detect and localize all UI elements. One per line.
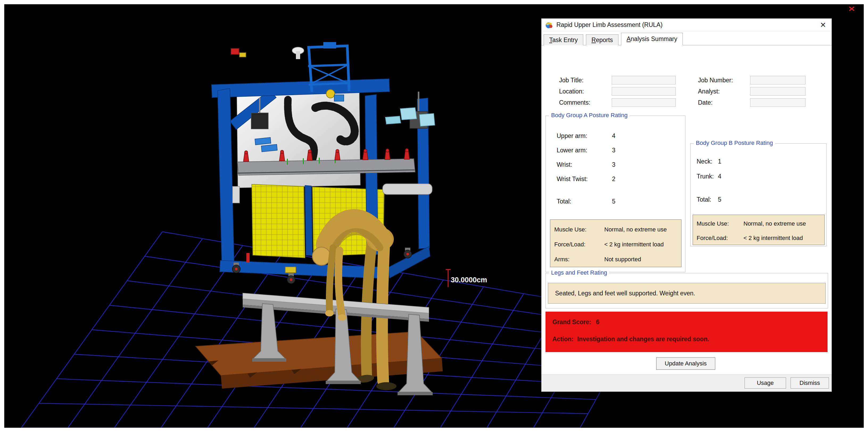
legs-feet-title: Legs and Feet Rating: [549, 269, 609, 276]
wrist-score: 3: [612, 161, 616, 168]
group-b-title: Body Group B Posture Rating: [694, 140, 775, 146]
form-row: Job Number:: [698, 75, 805, 84]
job-number-input[interactable]: [750, 76, 805, 84]
update-analysis-button[interactable]: Update Analysis: [656, 357, 715, 370]
tabstrip: Task Entry Reports Analysis Summary: [541, 31, 832, 45]
form-row: Job Title:: [559, 75, 676, 84]
form-row: Comments:: [559, 97, 676, 107]
upper-arm-score: 4: [612, 133, 616, 139]
dialog-title: Rapid Upper Limb Assessment (RULA): [556, 21, 662, 29]
wrist-twist-score: 2: [612, 175, 616, 182]
comments-label: Comments:: [559, 98, 612, 107]
analyst-label: Analyst:: [698, 87, 750, 96]
rating-row: Upper arm:4: [557, 132, 616, 140]
tab-reports[interactable]: Reports: [586, 34, 619, 45]
application-window: 30.0000cm Rapid Upper Limb Assessment (R…: [0, 0, 868, 432]
group-b-posture-rating: Body Group B Posture Rating Neck:1 Trunk…: [690, 143, 827, 247]
info-row: Muscle Use:Normal, no extreme use: [696, 220, 806, 228]
form-row: Location:: [559, 86, 676, 95]
force-load-a: < 2 kg intermittent load: [604, 241, 664, 248]
location-label: Location:: [559, 87, 612, 96]
measurement-label: 30.0000cm: [451, 276, 487, 284]
rating-row: Wrist Twist:2: [557, 175, 616, 183]
analyst-input[interactable]: [750, 87, 805, 96]
job-title-input[interactable]: [612, 76, 676, 84]
group-a-posture-rating: Body Group A Posture Rating Upper arm:4 …: [546, 116, 685, 272]
job-title-label: Job Title:: [559, 76, 612, 85]
date-label: Date:: [698, 98, 750, 107]
form-row: Date:: [698, 97, 805, 107]
usage-button[interactable]: Usage: [745, 377, 786, 388]
form-row: Analyst:: [698, 86, 805, 95]
date-input[interactable]: [750, 98, 805, 107]
rating-row: Wrist:3: [557, 161, 616, 169]
dialog-bottom-bar: Usage Dismiss: [541, 374, 832, 392]
action-line: Action:Investigation and changes are req…: [552, 336, 709, 343]
muscle-use-b: Normal, no extreme use: [743, 220, 806, 227]
info-row: Arms:Not supported: [554, 255, 641, 263]
trunk-score: 4: [718, 173, 721, 180]
grand-score-value: 6: [596, 319, 599, 325]
neck-score: 1: [718, 158, 721, 165]
rating-row: Neck:1: [696, 157, 721, 165]
info-row: Muscle Use:Normal, no extreme use: [554, 226, 667, 234]
rating-row: Total:5: [696, 196, 721, 203]
legs-feet-rating: Legs and Feet Rating Seated, Legs and fe…: [546, 273, 828, 309]
mesh-panel-left: [252, 184, 305, 258]
action-text: Investigation and changes are required s…: [577, 336, 709, 343]
arms-support: Not supported: [604, 256, 641, 263]
dialog-titlebar[interactable]: Rapid Upper Limb Assessment (RULA) ✕: [541, 19, 832, 31]
machine-monitor: [251, 113, 268, 129]
info-row: Force/Load:< 2 kg intermittent load: [554, 240, 664, 249]
group-a-title: Body Group A Posture Rating: [549, 112, 629, 119]
group-b-info-box: Muscle Use:Normal, no extreme use Force/…: [693, 215, 825, 245]
action-label: Action:: [552, 336, 574, 343]
job-number-label: Job Number:: [698, 76, 750, 85]
force-load-b: < 2 kg intermittent load: [743, 235, 803, 241]
rating-row: Lower arm:3: [557, 146, 616, 154]
close-icon[interactable]: ✕: [814, 19, 832, 31]
grand-score-label: Grand Score:: [552, 319, 591, 325]
rula-dialog: Rapid Upper Limb Assessment (RULA) ✕ Tas…: [541, 18, 832, 392]
comments-input[interactable]: [612, 98, 676, 107]
group-a-total: 5: [612, 198, 616, 205]
location-input[interactable]: [612, 87, 676, 96]
dismiss-button[interactable]: Dismiss: [790, 377, 829, 388]
group-a-info-box: Muscle Use:Normal, no extreme use Force/…: [550, 220, 681, 267]
rating-row: Total:5: [557, 197, 616, 205]
rating-row: Trunk:4: [696, 172, 721, 180]
muscle-use-a: Normal, no extreme use: [604, 226, 667, 233]
lower-arm-score: 3: [612, 147, 616, 154]
tab-task-entry[interactable]: Task Entry: [544, 34, 583, 45]
info-row: Force/Load:< 2 kg intermittent load: [696, 234, 803, 242]
grand-score-panel: Grand Score:6 Action:Investigation and c…: [546, 312, 828, 352]
app-icon: [545, 21, 553, 29]
legs-feet-text: Seated, Legs and feet well supported. We…: [548, 283, 826, 304]
group-b-total: 5: [718, 196, 721, 203]
grand-score-line: Grand Score:6: [552, 319, 599, 326]
tab-analysis-summary[interactable]: Analysis Summary: [621, 33, 683, 45]
